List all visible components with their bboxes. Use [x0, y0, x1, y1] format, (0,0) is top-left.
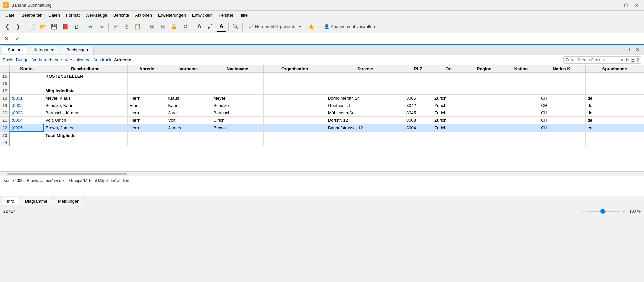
cell-plz[interactable] [404, 87, 432, 95]
cell-ort[interactable] [432, 87, 465, 95]
table-row[interactable]: 21;0004Voit, UlrichHerrnVoitUlrichDorfst… [0, 117, 644, 124]
cell-sprachcode[interactable] [585, 132, 644, 139]
table-row[interactable]: 19;0002Schulze, KarinFrauKarinSchulzeGoe… [0, 102, 644, 109]
menu-erweiterungen[interactable]: Erweiterungen [155, 12, 189, 19]
cell-strasse[interactable] [326, 80, 404, 87]
filter-clear-button[interactable]: ✕ [620, 57, 624, 63]
cell-nation[interactable] [503, 124, 539, 132]
cell-organisation[interactable] [264, 87, 326, 95]
cell-vorname[interactable]: Jörg [166, 109, 211, 117]
cell-ort[interactable] [432, 139, 465, 146]
cell-plz[interactable]: 8042 [404, 102, 432, 109]
cell-beschreibung[interactable]: KOSTENSTELLEN [43, 73, 127, 80]
cell-nation[interactable] [503, 139, 539, 146]
new-button[interactable]: 📄 [27, 22, 37, 32]
cell-ort[interactable]: Zurich [432, 95, 465, 102]
tab-restore-button[interactable]: ❐ [623, 46, 632, 54]
bottom-tab-info[interactable]: Info [2, 197, 19, 205]
cell-anrede[interactable]: Frau [127, 102, 166, 109]
cell-region[interactable] [465, 95, 503, 102]
cell-nachname[interactable] [211, 80, 264, 87]
bottom-tab-meldungen[interactable]: Meldungen [53, 197, 84, 205]
cell-sprachcode[interactable]: en [585, 124, 644, 132]
cell-ort[interactable] [432, 73, 465, 80]
cell-anrede[interactable] [127, 73, 166, 80]
cell-sprachcode[interactable] [585, 73, 644, 80]
table-row[interactable]: 22;0005Brown, JamesHerrnJamesBrownBanhof… [0, 124, 644, 132]
cell-anrede[interactable]: Herrn [127, 95, 166, 102]
cell-plz[interactable]: 8045 [404, 109, 432, 117]
tab-buchungen[interactable]: Buchungen [61, 46, 94, 54]
cell-anrede[interactable] [127, 132, 166, 139]
cell-plz[interactable] [404, 132, 432, 139]
table-row[interactable]: 24 [0, 139, 644, 146]
cell-nationk[interactable]: CH [539, 95, 585, 102]
cell-beschreibung[interactable] [43, 80, 127, 87]
cell-plz[interactable]: 8005 [404, 95, 432, 102]
cell-konto[interactable]: ;0002 [10, 102, 43, 109]
cell-nationk[interactable]: CH [539, 117, 585, 124]
cell-vorname[interactable]: Klaus [166, 95, 211, 102]
cell-plz[interactable] [404, 73, 432, 80]
cell-anrede[interactable] [127, 80, 166, 87]
cell-nachname[interactable]: Schulze [211, 102, 264, 109]
tab-konten[interactable]: Konten [2, 45, 27, 54]
cell-sprachcode[interactable]: de [585, 117, 644, 124]
zoom-out-button[interactable]: − [582, 208, 585, 214]
menu-fenster[interactable]: Fenster [216, 12, 236, 19]
cell-nachname[interactable]: Brown [211, 124, 264, 132]
cell-strasse[interactable]: Mühlenstraße [326, 109, 404, 117]
table-container[interactable]: Konto Beschreibung Anrede Vorname Nachna… [0, 65, 644, 171]
cell-sprachcode[interactable]: de [585, 109, 644, 117]
cell-organisation[interactable] [264, 80, 326, 87]
insert-row-button[interactable]: ⊞ [147, 22, 157, 32]
filter-options-button[interactable]: ≣ [631, 57, 635, 63]
table-row[interactable]: 18;0001Meyer, KlausHerrnKlausMeyerBorhol… [0, 95, 644, 102]
cell-beschreibung[interactable]: Bartusch, Jürgen [43, 109, 127, 117]
cell-vorname[interactable] [166, 87, 211, 95]
cut-button[interactable]: ✂ [111, 22, 121, 32]
cell-beschreibung[interactable] [43, 139, 127, 146]
tab-close-button[interactable]: ✕ [633, 46, 642, 54]
cancel-formula-button[interactable]: ✕ [2, 34, 11, 43]
nonprofit-button[interactable]: 📈 Non-profit Organizat... ▾ [245, 22, 305, 32]
cell-organisation[interactable] [264, 139, 326, 146]
cell-vorname[interactable]: James [166, 124, 211, 132]
menu-datei[interactable]: Datei [3, 12, 18, 19]
cell-ort[interactable]: Zurich [432, 102, 465, 109]
filter-box[interactable]: ✕ ↻ ≣ ? [564, 56, 641, 64]
print-button[interactable]: 🖨 [71, 22, 81, 32]
pdf-button[interactable]: 📕 [60, 22, 70, 32]
formula-input[interactable]: ;0005 [23, 36, 642, 42]
filter-input[interactable] [566, 58, 619, 62]
cell-strasse[interactable] [326, 132, 404, 139]
cell-beschreibung[interactable]: Meyer, Klaus [43, 95, 127, 102]
menu-berichte[interactable]: Berichte [111, 12, 132, 19]
cell-nationk[interactable]: CH [539, 109, 585, 117]
cell-anrede[interactable]: Herrn [127, 124, 166, 132]
filter-help-button[interactable]: ? [636, 57, 639, 63]
forward-button[interactable]: ❯ [13, 22, 23, 32]
cell-organisation[interactable] [264, 124, 326, 132]
cell-organisation[interactable] [264, 95, 326, 102]
cell-ort[interactable]: Zurich [432, 117, 465, 124]
cell-nation[interactable] [503, 117, 539, 124]
cell-nationk[interactable] [539, 80, 585, 87]
cell-anrede[interactable] [127, 87, 166, 95]
cell-organisation[interactable] [264, 102, 326, 109]
copy-button[interactable]: ⎘ [122, 22, 132, 32]
cell-plz[interactable]: 8004 [404, 124, 432, 132]
paste-button[interactable]: 📋 [133, 22, 143, 32]
menu-hilfe[interactable]: Hilfe [237, 12, 250, 19]
cell-nachname[interactable] [211, 87, 264, 95]
cell-sprachcode[interactable]: de [585, 102, 644, 109]
cell-organisation[interactable] [264, 132, 326, 139]
cell-sprachcode[interactable] [585, 87, 644, 95]
view-tab-verschiedene[interactable]: Verschiedene [65, 57, 91, 62]
cell-nachname[interactable] [211, 139, 264, 146]
cell-region[interactable] [465, 102, 503, 109]
cell-nachname[interactable]: Bartusch [211, 109, 264, 117]
cell-vorname[interactable] [166, 139, 211, 146]
cell-nationk[interactable] [539, 73, 585, 80]
cell-anrede[interactable] [127, 139, 166, 146]
